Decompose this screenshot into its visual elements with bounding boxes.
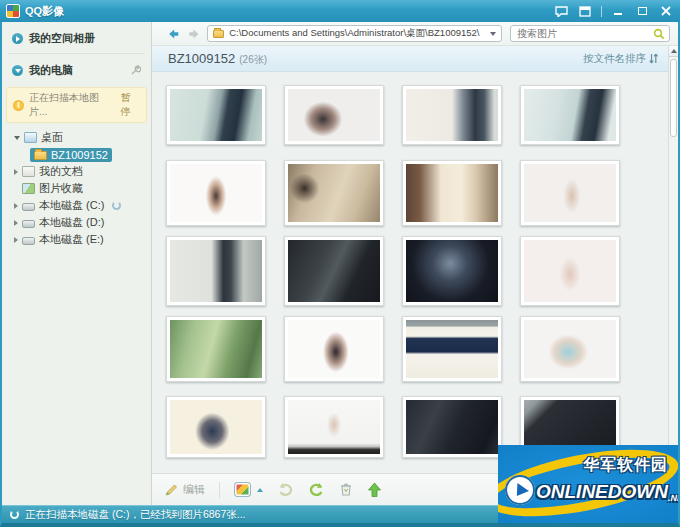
tree-item-disk-c[interactable]: 本地磁盘 (C:) xyxy=(2,197,151,214)
scroll-up-button[interactable] xyxy=(669,46,678,57)
edit-brush-icon xyxy=(164,483,179,497)
watermark-tld: .NET xyxy=(668,493,678,503)
photo-image xyxy=(524,89,616,141)
desktop-icon xyxy=(24,132,37,143)
tree-item-disk-e[interactable]: 本地磁盘 (E:) xyxy=(2,231,151,248)
delete-button[interactable] xyxy=(339,482,353,497)
photo-thumbnail[interactable] xyxy=(402,316,502,382)
tree-item-label: 我的文档 xyxy=(39,164,83,179)
tree-item-picture-collection[interactable]: 图片收藏 xyxy=(2,180,151,197)
photo-image xyxy=(406,400,498,454)
expand-arrow-icon[interactable] xyxy=(14,220,18,226)
vertical-scrollbar[interactable] xyxy=(668,46,678,473)
sort-order-icon xyxy=(649,53,658,64)
photo-image xyxy=(288,89,380,141)
photo-image xyxy=(524,320,616,378)
sidebar-item-my-albums[interactable]: 我的空间相册 xyxy=(2,22,151,53)
title-bar: QQ影像 xyxy=(0,0,680,22)
photo-thumbnail[interactable] xyxy=(520,85,620,145)
expand-arrow-icon[interactable] xyxy=(14,237,18,243)
photo-thumbnail[interactable] xyxy=(166,236,266,306)
expand-arrow-icon[interactable] xyxy=(14,203,18,209)
scan-status-text: 正在扫描本地图片... xyxy=(29,91,115,119)
close-button[interactable] xyxy=(658,4,674,18)
redo-button[interactable] xyxy=(308,482,325,497)
photo-thumbnail[interactable] xyxy=(284,396,384,458)
undo-button[interactable] xyxy=(277,482,294,497)
search-box[interactable] xyxy=(510,25,670,42)
onlinedown-watermark: 华军软件园 ONLINEDOWN.NET xyxy=(498,445,678,523)
app-logo-icon xyxy=(6,4,20,18)
photo-image xyxy=(170,89,262,141)
feedback-icon[interactable] xyxy=(553,4,569,18)
content-area: C:\Documents and Settings\Administrator\… xyxy=(152,22,678,505)
edit-button[interactable]: 编辑 xyxy=(164,482,205,497)
navigation-bar: C:\Documents and Settings\Administrator\… xyxy=(152,22,678,46)
photo-image xyxy=(524,240,616,302)
upload-arrow-icon xyxy=(367,482,382,498)
tree-item-my-documents[interactable]: 我的文档 xyxy=(2,163,151,180)
settings-wrench-icon[interactable] xyxy=(130,65,141,76)
scan-status-row: ! 正在扫描本地图片... 暂停 xyxy=(6,87,147,123)
photo-thumbnail[interactable] xyxy=(284,85,384,145)
watermark-domain: ONLINEDOWN.NET xyxy=(536,481,678,503)
palette-dropdown-icon xyxy=(257,488,263,492)
trash-icon xyxy=(339,482,353,497)
search-icon[interactable] xyxy=(653,28,665,40)
skin-icon[interactable] xyxy=(577,4,593,18)
photo-image xyxy=(170,164,262,222)
photo-thumbnail[interactable] xyxy=(166,85,266,145)
tree-item-bz1009152[interactable]: BZ1009152 xyxy=(2,146,151,163)
photo-thumbnail[interactable] xyxy=(284,236,384,306)
pause-scan-link[interactable]: 暂停 xyxy=(120,91,140,119)
tree-item-disk-d[interactable]: 本地磁盘 (D:) xyxy=(2,214,151,231)
album-header: BZ1009152 (26张) 按文件名排序 xyxy=(152,46,668,72)
photo-thumbnail[interactable] xyxy=(520,236,620,306)
search-input[interactable] xyxy=(517,28,649,39)
expand-arrow-icon[interactable] xyxy=(14,169,18,175)
photo-thumbnail[interactable] xyxy=(284,316,384,382)
photo-image xyxy=(288,240,380,302)
photo-thumbnail[interactable] xyxy=(520,316,620,382)
photo-thumbnail[interactable] xyxy=(520,160,620,226)
current-path: C:\Documents and Settings\Administrator\… xyxy=(229,27,485,40)
scrollbar-thumb[interactable] xyxy=(670,59,677,137)
photo-thumbnail[interactable] xyxy=(402,236,502,306)
photo-image xyxy=(170,400,262,454)
scan-alert-icon: ! xyxy=(13,100,24,111)
back-button[interactable] xyxy=(166,26,181,42)
photo-image xyxy=(170,240,262,302)
section-bullet-icon xyxy=(12,33,23,44)
status-text: 正在扫描本地磁盘 (C:)，已经找到图片6867张... xyxy=(25,508,246,522)
pictures-icon xyxy=(22,183,35,194)
tree-item-desktop[interactable]: 桌面 xyxy=(2,129,151,146)
photo-thumbnail[interactable] xyxy=(402,160,502,226)
sidebar-item-my-computer[interactable]: 我的电脑 xyxy=(2,54,151,85)
photo-thumbnail[interactable] xyxy=(166,316,266,382)
status-spinner-icon xyxy=(10,510,19,519)
section-bullet-icon xyxy=(12,65,23,76)
minimize-button[interactable] xyxy=(610,4,626,18)
photo-thumbnail[interactable] xyxy=(166,396,266,458)
tree-item-label: 本地磁盘 (D:) xyxy=(39,215,104,230)
palette-icon xyxy=(234,482,251,497)
photo-image xyxy=(406,89,498,141)
tree-item-label: BZ1009152 xyxy=(51,149,108,161)
disk-icon xyxy=(22,203,35,211)
photo-thumbnail[interactable] xyxy=(402,85,502,145)
photo-image xyxy=(406,164,498,222)
path-dropdown-icon[interactable] xyxy=(490,32,496,36)
undo-icon xyxy=(277,482,294,497)
upload-button[interactable] xyxy=(367,482,382,498)
photo-image xyxy=(524,164,616,222)
photo-thumbnail[interactable] xyxy=(402,396,502,458)
forward-button[interactable] xyxy=(187,26,202,42)
sort-control[interactable]: 按文件名排序 xyxy=(583,52,658,66)
effects-button[interactable] xyxy=(234,482,263,497)
photo-thumbnail[interactable] xyxy=(284,160,384,226)
maximize-button[interactable] xyxy=(634,4,650,18)
photo-thumbnail[interactable] xyxy=(166,160,266,226)
expand-arrow-icon[interactable] xyxy=(14,136,20,140)
toolbar-separator xyxy=(219,482,220,498)
address-bar[interactable]: C:\Documents and Settings\Administrator\… xyxy=(207,25,502,42)
